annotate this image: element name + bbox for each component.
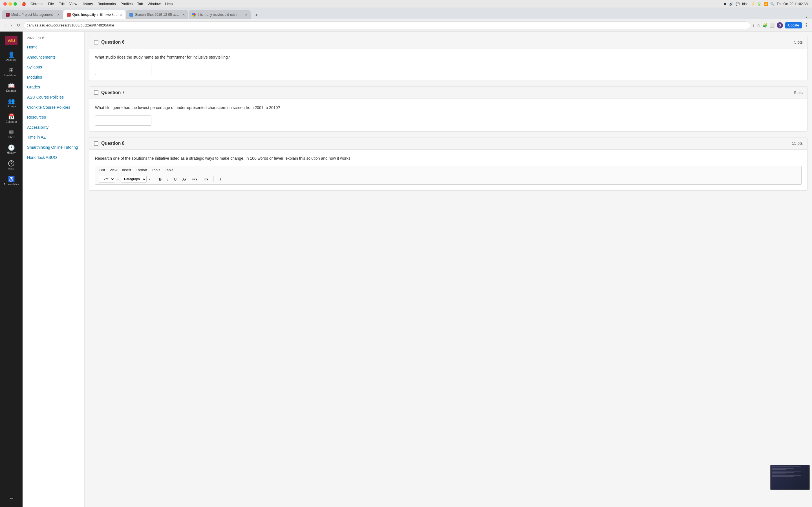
course-nav-asu-policies[interactable]: ASU Course Policies (22, 93, 84, 103)
highlight-color-button[interactable]: ✏▾ (191, 176, 199, 182)
font-size-select[interactable]: 12pt (99, 176, 115, 182)
battery-icon: 🔋 (757, 2, 762, 6)
menu-file[interactable]: File (48, 2, 54, 6)
superscript-button[interactable]: T²▾ (201, 176, 210, 182)
tab-movies[interactable]: this many movies did not inclu... × (189, 10, 251, 19)
tab2-close[interactable]: × (120, 12, 122, 17)
editor-menu-edit[interactable]: Edit (99, 168, 105, 172)
traffic-lights[interactable] (3, 2, 17, 6)
question-8-checkbox[interactable] (94, 141, 98, 146)
thumb-row-1 (772, 466, 801, 467)
inbox-icon: ✉ (9, 129, 14, 135)
tab1-favicon: A (6, 13, 10, 17)
editor-menu-table[interactable]: Table (165, 168, 173, 172)
new-tab-button[interactable]: + (252, 11, 260, 19)
question-6-body: What studio does the study name as the f… (89, 48, 807, 80)
tab1-close[interactable]: × (57, 12, 59, 17)
course-nav-time-in-az[interactable]: Time in AZ (22, 132, 84, 143)
tab3-close[interactable]: × (183, 12, 185, 17)
editor-menu-insert[interactable]: Insert (122, 168, 131, 172)
paragraph-style-select[interactable]: Paragraph (121, 176, 147, 182)
course-nav-cronkite-policies[interactable]: Cronkite Course Policies (22, 103, 84, 113)
course-nav-modules[interactable]: Modules (22, 72, 84, 82)
search-icon[interactable]: 🔍 (770, 2, 774, 6)
sidebar-item-accessibility[interactable]: ♿ Accessibility (1, 174, 21, 188)
courses-label: Courses (6, 89, 16, 93)
profile-avatar[interactable]: S (777, 22, 783, 29)
paragraph-chevron-icon: ▾ (149, 178, 150, 181)
tab4-close[interactable]: × (245, 12, 247, 17)
update-button[interactable]: Update (785, 22, 802, 29)
underline-button[interactable]: U (172, 176, 178, 182)
question-7-card: Question 7 5 pts What film genre had the… (89, 87, 808, 131)
screen-thumbnail[interactable] (770, 465, 810, 490)
main-layout: ASU 👤 Account ⊞ Dashboard 📖 Courses 👥 Gr… (0, 32, 812, 507)
question-7-checkbox[interactable] (94, 91, 98, 95)
more-options-button[interactable]: ⋮ (217, 176, 224, 182)
question-6-checkbox[interactable] (94, 40, 98, 45)
address-bar-right: ↑ ☆ 🧩 ⬜ S Update ⋮ (753, 22, 809, 29)
menu-tab[interactable]: Tab (137, 2, 143, 6)
question-6-title: Question 6 (101, 40, 124, 45)
reload-button[interactable]: ↻ (15, 22, 21, 29)
back-button[interactable]: ‹ (3, 22, 7, 29)
forward-button[interactable]: › (9, 22, 13, 29)
question-6-answer-input[interactable] (95, 65, 151, 75)
course-nav-grades[interactable]: Grades (22, 82, 84, 93)
course-nav-syllabus[interactable]: Syllabus (22, 62, 84, 72)
menu-dots-icon[interactable]: ⋮ (804, 22, 809, 28)
font-color-button[interactable]: A▾ (181, 176, 188, 182)
sidebar-item-account[interactable]: 👤 Account (1, 50, 21, 64)
thumb-row-5 (772, 472, 794, 473)
editor-menu-tools[interactable]: Tools (152, 168, 160, 172)
apple-menu[interactable]: 🍎 (21, 2, 26, 6)
italic-button[interactable]: I (165, 176, 170, 182)
course-nav-announcements[interactable]: Announcements (22, 52, 84, 62)
tab-media-project[interactable]: A Media Project Management | × (2, 10, 63, 19)
wifi-icon: 📶 (764, 2, 768, 6)
collapse-nav-button[interactable]: ← (6, 493, 16, 504)
history-label: History (7, 151, 15, 155)
editor-menu-format[interactable]: Format (136, 168, 147, 172)
menu-view[interactable]: View (69, 2, 77, 6)
menu-edit[interactable]: Edit (58, 2, 64, 6)
sidebar-item-dashboard[interactable]: ⊞ Dashboard (1, 65, 21, 79)
menu-history[interactable]: History (82, 2, 93, 6)
sidebar-item-help[interactable]: ? Help (1, 158, 21, 173)
tab-quiz[interactable]: Quiz: Inequality in film worksh... × (63, 10, 125, 19)
course-nav-smarthinking[interactable]: Smarthinking Online Tutoring (22, 143, 84, 153)
extensions-icon[interactable]: 🧩 (763, 23, 767, 27)
course-nav-resources[interactable]: Resources (22, 112, 84, 122)
sidebar-item-groups[interactable]: 👥 Groups (1, 96, 21, 110)
course-nav-accessibility[interactable]: Accessibility (22, 122, 84, 133)
course-nav-honorlock[interactable]: Honorlock ASUO (22, 153, 84, 163)
menu-window[interactable]: Window (147, 2, 160, 6)
sidebar-item-calendar[interactable]: 📅 Calendar (1, 112, 21, 126)
browser-window: A Media Project Management | × Quiz: Ine… (0, 8, 812, 507)
question-6-pts: 5 pts (794, 40, 803, 45)
menu-chrome[interactable]: Chrome (31, 2, 43, 6)
datetime-display: Thu Oct 20 11:02 AM (777, 2, 809, 6)
sidebar-item-inbox[interactable]: ✉ Inbox (1, 127, 21, 142)
menu-bookmarks[interactable]: Bookmarks (98, 2, 116, 6)
course-nav-home[interactable]: Home (22, 42, 84, 52)
tab-more-button[interactable]: › (806, 14, 808, 19)
menu-help[interactable]: Help (165, 2, 173, 6)
sidebar-toggle-icon[interactable]: ⬜ (770, 23, 774, 27)
course-sidebar: 2022 Fall B Home Announcements Syllabus … (22, 32, 85, 507)
address-input[interactable] (24, 21, 751, 29)
bold-button[interactable]: B (157, 176, 163, 182)
tab-screenshot[interactable]: Screen Shot 2019-12-05 at 6... × (126, 10, 188, 19)
sidebar-item-courses[interactable]: 📖 Courses (1, 80, 21, 95)
sidebar-item-history[interactable]: 🕐 History (1, 143, 21, 157)
share-icon[interactable]: ↑ (753, 23, 755, 27)
thumb-row-6 (772, 473, 786, 474)
close-window-btn[interactable] (3, 2, 7, 6)
asu-logo[interactable]: ASU (4, 35, 18, 46)
editor-menu-view[interactable]: View (109, 168, 117, 172)
minimize-window-btn[interactable] (8, 2, 12, 6)
fullscreen-window-btn[interactable] (13, 2, 17, 6)
bookmark-icon[interactable]: ☆ (757, 23, 760, 27)
question-7-answer-input[interactable] (95, 115, 151, 126)
menu-profiles[interactable]: Profiles (120, 2, 133, 6)
